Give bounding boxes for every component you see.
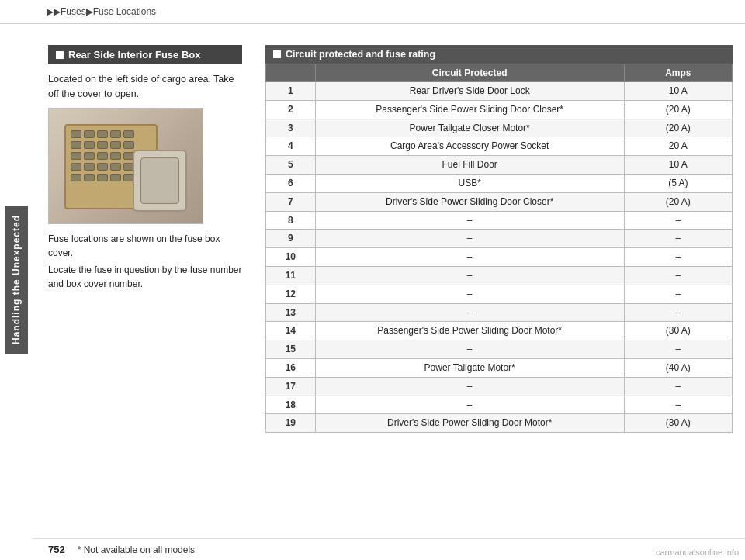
col-header-circuit: Circuit Protected [315, 64, 624, 82]
left-desc1: Located on the left side of cargo area. … [48, 72, 242, 102]
fuse-cell [123, 141, 134, 149]
table-cell-num: 18 [266, 396, 316, 414]
table-cell-circuit: Power Tailgate Motor* [315, 358, 624, 377]
header-bar: ▶▶Fuses▶Fuse Locations [0, 0, 745, 24]
table-row: 11–– [266, 266, 733, 285]
fuse-image-inner [49, 109, 203, 223]
table-cell-amps: (20 A) [624, 100, 732, 119]
right-column: Circuit protected and fuse rating Circui… [258, 29, 745, 560]
table-row: 4Cargo Area's Accessory Power Socket20 A [266, 137, 733, 156]
table-cell-num: 9 [266, 230, 316, 248]
fuse-cell [84, 174, 95, 181]
fuse-cell [71, 130, 81, 138]
fuse-cell [84, 130, 95, 138]
col-header-amps: Amps [624, 64, 732, 82]
fuse-table: Circuit Protected Amps 1Rear Driver's Si… [265, 64, 733, 433]
table-cell-circuit: Power Tailgate Closer Motor* [315, 119, 624, 137]
table-header-row: Circuit Protected Amps [266, 64, 733, 82]
table-cell-num: 2 [266, 100, 316, 119]
table-cell-num: 3 [266, 119, 316, 137]
fuse-cell [110, 174, 121, 181]
sidebar-label-text: Handling the Unexpected [5, 206, 28, 354]
fuse-cell [71, 174, 81, 181]
fuse-table-body: 1Rear Driver's Side Door Lock10 A2Passen… [266, 82, 733, 433]
fuse-cell [97, 163, 108, 171]
fuse-cover-inner [140, 157, 179, 204]
fuse-cell [97, 141, 108, 149]
left-note2: Locate the fuse in question by the fuse … [48, 263, 242, 291]
table-cell-amps: – [624, 266, 732, 285]
fuse-row [71, 141, 151, 149]
table-cell-num: 4 [266, 137, 316, 156]
table-cell-amps: – [624, 211, 732, 230]
page-number: 752 [48, 544, 65, 555]
table-cell-amps: (5 A) [624, 174, 732, 192]
table-cell-amps: (20 A) [624, 119, 732, 137]
table-cell-amps: – [624, 248, 732, 267]
right-section-title: Circuit protected and fuse rating [286, 49, 435, 60]
table-row: 13–– [266, 303, 733, 322]
left-note1: Fuse locations are shown on the fuse box… [48, 232, 242, 260]
table-cell-num: 15 [266, 340, 316, 359]
table-cell-amps: – [624, 285, 732, 303]
table-cell-amps: 10 A [624, 156, 732, 175]
table-cell-num: 10 [266, 248, 316, 267]
table-cell-num: 1 [266, 82, 316, 101]
fuse-cell [123, 130, 134, 138]
table-cell-num: 5 [266, 156, 316, 175]
table-cell-circuit: Driver's Side Power Sliding Door Closer* [315, 192, 624, 211]
table-row: 1Rear Driver's Side Door Lock10 A [266, 82, 733, 101]
table-row: 12–– [266, 285, 733, 303]
footer-area: 752 * Not available on all models [33, 538, 745, 560]
table-cell-circuit: Cargo Area's Accessory Power Socket [315, 137, 624, 156]
table-cell-circuit: Passenger's Side Power Sliding Door Moto… [315, 322, 624, 340]
right-section-title-box: Circuit protected and fuse rating [265, 45, 733, 64]
fuse-cell [110, 141, 121, 149]
left-section-title: Rear Side Interior Fuse Box [68, 49, 201, 60]
table-cell-amps: – [624, 396, 732, 414]
table-row: 17–– [266, 377, 733, 396]
table-cell-circuit: – [315, 248, 624, 267]
table-cell-amps: (30 A) [624, 414, 732, 433]
table-row: 5Fuel Fill Door10 A [266, 156, 733, 175]
fuse-cell [71, 141, 81, 149]
table-row: 15–– [266, 340, 733, 359]
fuse-cover [133, 150, 187, 212]
table-row: 2Passenger's Side Power Sliding Door Clo… [266, 100, 733, 119]
table-cell-circuit: – [315, 377, 624, 396]
table-cell-num: 8 [266, 211, 316, 230]
table-cell-num: 13 [266, 303, 316, 322]
table-cell-circuit: – [315, 396, 624, 414]
table-cell-circuit: – [315, 266, 624, 285]
table-cell-circuit: – [315, 211, 624, 230]
table-cell-amps: – [624, 303, 732, 322]
table-cell-amps: 10 A [624, 82, 732, 101]
table-row: 10–– [266, 248, 733, 267]
table-cell-amps: (30 A) [624, 322, 732, 340]
main-content: Rear Side Interior Fuse Box Located on t… [33, 29, 745, 560]
table-cell-circuit: Rear Driver's Side Door Lock [315, 82, 624, 101]
table-cell-amps: – [624, 230, 732, 248]
table-row: 6USB*(5 A) [266, 174, 733, 192]
fuse-image [48, 108, 203, 224]
table-cell-num: 12 [266, 285, 316, 303]
table-row: 19Driver's Side Power Sliding Door Motor… [266, 414, 733, 433]
table-row: 16Power Tailgate Motor*(40 A) [266, 358, 733, 377]
fuse-row [71, 130, 151, 138]
table-cell-circuit: Fuel Fill Door [315, 156, 624, 175]
table-cell-num: 16 [266, 358, 316, 377]
sidebar-label: Handling the Unexpected [0, 0, 33, 560]
table-cell-amps: – [624, 340, 732, 359]
left-column: Rear Side Interior Fuse Box Located on t… [33, 29, 258, 560]
table-cell-circuit: – [315, 340, 624, 359]
breadcrumb: ▶▶Fuses▶Fuse Locations [47, 6, 156, 17]
table-cell-circuit: Driver's Side Power Sliding Door Motor* [315, 414, 624, 433]
left-section-title-box: Rear Side Interior Fuse Box [48, 45, 242, 64]
table-cell-num: 6 [266, 174, 316, 192]
fuse-cell [84, 141, 95, 149]
table-cell-amps: – [624, 377, 732, 396]
table-cell-circuit: Passenger's Side Power Sliding Door Clos… [315, 100, 624, 119]
table-cell-num: 19 [266, 414, 316, 433]
table-cell-circuit: – [315, 230, 624, 248]
fuse-cell [97, 130, 108, 138]
